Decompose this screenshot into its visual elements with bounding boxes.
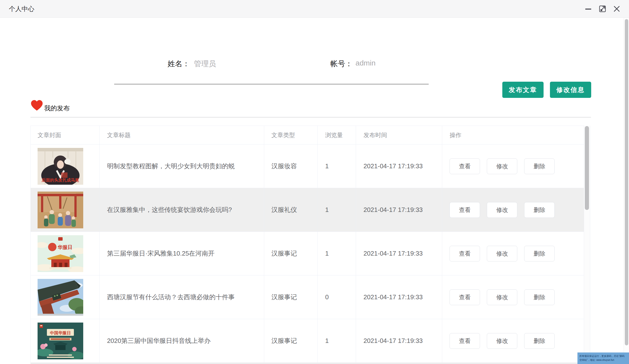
watermark-line1: 所有项目保证运行，更多源码，尽在“源码 xyxy=(579,354,627,358)
delete-button[interactable]: 删除 xyxy=(524,289,555,305)
article-type: 汉服事记 xyxy=(272,249,297,258)
delete-button[interactable]: 删除 xyxy=(524,246,555,262)
account-value: admin xyxy=(355,59,376,67)
watermark-line2: 空间站”，地址: www.shuyue.fun xyxy=(579,358,627,362)
table-scrollbar[interactable] xyxy=(584,126,590,364)
article-time: 2021-04-17 17:19:33 xyxy=(363,250,423,257)
col-header-title: 文章标题 xyxy=(100,126,264,144)
heart-icon xyxy=(30,99,43,112)
view-button[interactable]: 查看 xyxy=(450,246,480,262)
next-row-peek xyxy=(30,363,590,364)
article-views: 1 xyxy=(325,162,328,170)
col-header-type: 文章类型 xyxy=(264,126,318,144)
close-icon xyxy=(613,5,620,12)
col-header-actions: 操作 xyxy=(442,126,584,144)
table-row: 中国华服日 2020第三届中国华服日抖音线上举办 汉服事记 1 2021-04-… xyxy=(31,319,584,363)
delete-button[interactable]: 删除 xyxy=(524,202,555,218)
table-row: 在汉服雅集中，这些传统宴饮游戏你会玩吗? 汉服礼仪 1 2021-04-17 1… xyxy=(31,188,584,232)
cover-overlay-text: 中国华服日 xyxy=(50,331,71,335)
edit-button[interactable]: 修改 xyxy=(487,333,517,349)
window-controls xyxy=(583,0,622,18)
col-header-time: 发布时间 xyxy=(356,126,442,144)
window-titlebar: 个人中心 xyxy=(0,0,629,18)
article-time: 2021-04-17 17:19:33 xyxy=(363,206,423,214)
section-divider xyxy=(30,117,591,117)
edit-button[interactable]: 修改 xyxy=(487,246,517,262)
table-scrollbar-thumb[interactable] xyxy=(585,126,589,210)
article-title: 2020第三届中国华服日抖音线上举办 xyxy=(107,337,211,345)
article-title: 第三届华服日·宋风雅集10.25在河南开 xyxy=(107,249,215,258)
article-time: 2021-04-17 17:19:33 xyxy=(363,162,423,170)
article-cover-image xyxy=(37,191,83,228)
name-value: 管理员 xyxy=(194,59,216,69)
article-time: 2021-04-17 17:19:33 xyxy=(363,337,423,345)
close-button[interactable] xyxy=(612,4,622,14)
article-type: 汉服事记 xyxy=(272,337,297,345)
article-type: 汉服礼仪 xyxy=(272,205,297,214)
article-views: 0 xyxy=(325,293,328,301)
col-header-cover: 文章封面 xyxy=(31,126,100,144)
profile-divider xyxy=(114,84,429,84)
view-button[interactable]: 查看 xyxy=(450,333,480,349)
delete-button[interactable]: 删除 xyxy=(524,159,555,174)
article-cover-image: 中国华服日 xyxy=(37,323,83,359)
article-title: 西塘汉服节有什么活动？去西塘必做的十件事 xyxy=(107,293,235,301)
edit-button[interactable]: 修改 xyxy=(487,159,517,174)
view-button[interactable]: 查看 xyxy=(450,159,480,174)
article-cover-image: 华服日 xyxy=(37,235,83,272)
view-button[interactable]: 查看 xyxy=(450,289,480,305)
window-title: 个人中心 xyxy=(9,0,34,18)
publish-article-button[interactable]: 发布文章 xyxy=(502,82,544,98)
article-views: 1 xyxy=(325,206,328,214)
article-cover-image: 后面的头发扎成马尾 xyxy=(37,148,83,185)
articles-table: 文章封面 文章标题 文章类型 浏览量 发布时间 操作 后面的头发扎成马尾 明制发… xyxy=(30,126,584,363)
col-header-views: 浏览量 xyxy=(318,126,356,144)
article-cover-image xyxy=(37,279,83,316)
minimize-button[interactable] xyxy=(583,4,593,14)
maximize-icon xyxy=(599,5,606,12)
table-row: 华服日 第三届华服日·宋风雅集10.25在河南开 汉服事记 1 2021-04-… xyxy=(31,232,584,275)
table-header-row: 文章封面 文章标题 文章类型 浏览量 发布时间 操作 xyxy=(31,126,584,144)
article-title: 明制发型教程图解，大明少女到大明贵妇的蜕 xyxy=(107,162,235,171)
account-label: 帐号： xyxy=(330,59,352,69)
edit-info-button[interactable]: 修改信息 xyxy=(550,82,591,98)
article-time: 2021-04-17 17:19:33 xyxy=(363,293,423,301)
section-title: 我的发布 xyxy=(44,104,70,113)
edit-button[interactable]: 修改 xyxy=(487,202,517,218)
article-type: 汉服妆容 xyxy=(272,162,297,171)
delete-button[interactable]: 删除 xyxy=(524,333,555,349)
article-views: 1 xyxy=(325,337,328,345)
window-scrollbar-thumb[interactable] xyxy=(625,19,628,345)
view-button[interactable]: 查看 xyxy=(450,202,480,218)
name-label: 姓名： xyxy=(168,59,190,69)
cover-overlay-text: 后面的头发扎成马尾 xyxy=(41,178,79,182)
watermark-banner: 所有项目保证运行，更多源码，尽在“源码 空间站”，地址: www.shuyue.… xyxy=(577,353,629,364)
article-views: 1 xyxy=(325,250,328,257)
article-type: 汉服事记 xyxy=(272,293,297,301)
table-row: 西塘汉服节有什么活动？去西塘必做的十件事 汉服事记 0 2021-04-17 1… xyxy=(31,275,584,319)
minimize-icon xyxy=(585,5,592,12)
maximize-button[interactable] xyxy=(598,4,607,14)
edit-button[interactable]: 修改 xyxy=(487,289,517,305)
cover-overlay-text: 华服日 xyxy=(57,245,72,250)
article-title: 在汉服雅集中，这些传统宴饮游戏你会玩吗? xyxy=(107,205,232,214)
table-row: 后面的头发扎成马尾 明制发型教程图解，大明少女到大明贵妇的蜕 汉服妆容 1 20… xyxy=(31,144,584,188)
window-scrollbar[interactable] xyxy=(624,18,629,364)
